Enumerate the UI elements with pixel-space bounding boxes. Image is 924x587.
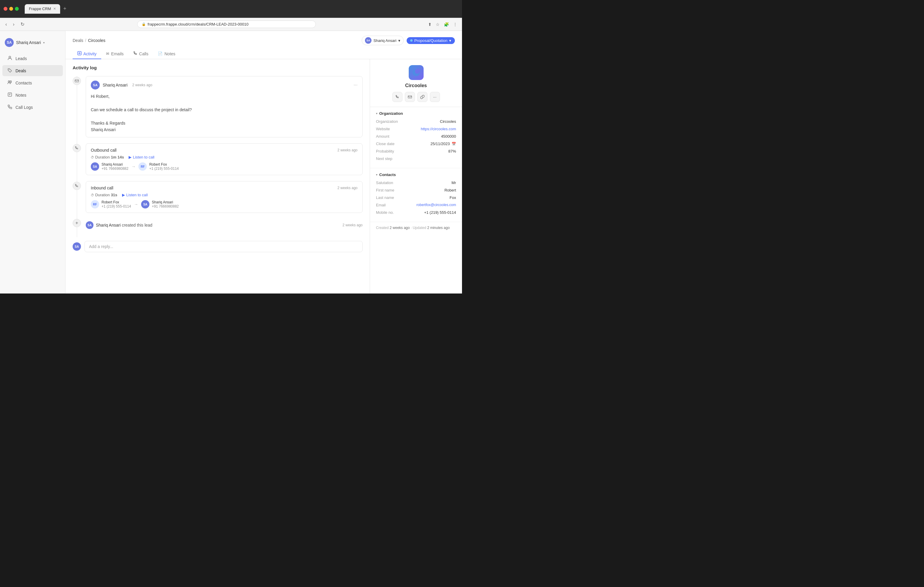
- status-pill[interactable]: Proposal/Quotation ▾: [407, 37, 455, 44]
- reply-avatar: SA: [73, 242, 81, 251]
- bookmark-button[interactable]: ☆: [435, 21, 441, 28]
- reload-button[interactable]: ↻: [19, 20, 26, 28]
- timeline-dot-outbound: [73, 144, 81, 152]
- arrow-icon: →: [134, 202, 138, 207]
- info-value: 4500000: [408, 134, 456, 138]
- lock-icon: 🔒: [142, 22, 146, 26]
- sidebar-item-contacts[interactable]: Contacts: [2, 77, 63, 88]
- receiver-name: Robert Fox: [149, 162, 178, 166]
- address-bar[interactable]: 🔒 frappecrm.frappe.cloud/crm/deals/CRM-L…: [137, 21, 316, 28]
- tab-label: Activity: [83, 51, 96, 56]
- info-row: Organization Circooles: [376, 119, 456, 124]
- info-row: Close date 25/11/2023 📅: [376, 141, 456, 146]
- minimize-window-button[interactable]: [9, 7, 13, 11]
- breadcrumb: Deals / Circooles: [73, 38, 106, 43]
- info-value: Fox: [408, 196, 456, 200]
- sidebar-item-label: Leads: [15, 56, 27, 61]
- info-row: Next step: [376, 156, 456, 161]
- info-row: Last name Fox: [376, 196, 456, 200]
- sender-avatar: SA: [91, 81, 100, 89]
- email-menu-button[interactable]: ···: [354, 82, 358, 88]
- participant-caller: RF Robert Fox +1 (219) 555-0114: [91, 200, 131, 209]
- active-tab[interactable]: Frappe CRM ✕: [25, 4, 60, 14]
- url-text: frappecrm.frappe.cloud/crm/deals/CRM-LEA…: [148, 22, 249, 26]
- assigned-user-pill[interactable]: SA Shariq Ansari ▾: [362, 36, 403, 45]
- share-button[interactable]: ⬆: [427, 21, 433, 28]
- section-header[interactable]: ▾ Organization: [376, 111, 456, 116]
- receiver-info: Robert Fox +1 (219) 555-0114: [149, 162, 178, 171]
- assigned-user-avatar: SA: [365, 37, 371, 44]
- email-body-line2: Can we schedule a call to discuss the pr…: [91, 107, 358, 113]
- timeline: SA Shariq Ansari 2 weeks ago ··· Hi Robe…: [73, 76, 363, 237]
- info-label: Salutation: [376, 181, 408, 185]
- inbound-call-card: Inbound call 2 weeks ago ⏱ Duration 31s: [86, 181, 363, 213]
- tab-notes[interactable]: 📄 Notes: [153, 49, 180, 59]
- info-value: Mr: [408, 181, 456, 185]
- sidebar-item-label: Deals: [15, 68, 26, 73]
- add-button[interactable]: +: [73, 219, 81, 227]
- listen-to-call-button[interactable]: ▶ Listen to call: [122, 193, 148, 197]
- menu-button[interactable]: ⋮: [452, 21, 459, 28]
- info-row: Salutation Mr: [376, 181, 456, 185]
- forward-button[interactable]: ›: [11, 21, 16, 28]
- back-button[interactable]: ‹: [3, 21, 8, 28]
- content-area: Activity log SA Shariq Ansari: [66, 59, 462, 294]
- new-tab-button[interactable]: +: [61, 6, 68, 12]
- app: SA Shariq Ansari ▾ Leads Deals Contacts: [0, 31, 462, 294]
- tab-title: Frappe CRM: [29, 7, 51, 11]
- call-type: Outbound call: [91, 148, 116, 153]
- caller-phone: +1 (219) 555-0114: [102, 204, 131, 209]
- caller-avatar: SA: [91, 162, 99, 171]
- sidebar-item-deals[interactable]: Deals: [2, 65, 63, 76]
- more-action-button[interactable]: ···: [430, 92, 440, 102]
- caller-name: Shariq Ansari: [102, 162, 128, 166]
- svg-point-11: [415, 69, 420, 74]
- sidebar-item-leads[interactable]: Leads: [2, 53, 63, 64]
- receiver-avatar: SA: [141, 200, 149, 209]
- receiver-info: Shariq Ansari +91 7666980882: [152, 200, 178, 209]
- timeline-item: Outbound call 2 weeks ago ⏱ Duration 1m …: [73, 143, 363, 175]
- timeline-item: + SA Shariq Ansari created this lead: [73, 219, 363, 231]
- email-action-button[interactable]: [405, 92, 415, 102]
- chevron-down-icon: ▾: [43, 41, 45, 44]
- sidebar-item-call-logs[interactable]: Call Logs: [2, 102, 63, 113]
- play-icon: ▶: [129, 155, 132, 159]
- tab-calls[interactable]: Calls: [128, 49, 153, 59]
- status-label: Proposal/Quotation: [414, 38, 447, 43]
- duration-value: 1m 14s: [111, 155, 124, 159]
- right-panel: Circooles ···: [370, 59, 462, 294]
- breadcrumb-parent[interactable]: Deals: [73, 38, 83, 43]
- call-time: 2 weeks ago: [338, 148, 358, 152]
- phone-action-button[interactable]: [392, 92, 403, 102]
- info-value: +1 (219) 555-0114: [408, 210, 456, 215]
- nav-actions: ⬆ ☆ 🧩 ⋮: [427, 21, 459, 28]
- created-label: Created: [376, 226, 389, 230]
- call-header: Inbound call 2 weeks ago: [91, 186, 358, 190]
- section-title: Contacts: [379, 173, 396, 177]
- play-icon: ▶: [122, 193, 125, 197]
- leads-icon: [7, 56, 13, 61]
- listen-to-call-button[interactable]: ▶ Listen to call: [129, 155, 154, 159]
- info-row: Website https://circooles.com: [376, 127, 456, 131]
- extensions-button[interactable]: 🧩: [443, 21, 450, 28]
- svg-point-8: [79, 53, 80, 54]
- tab-emails[interactable]: ✉ Emails: [101, 49, 128, 59]
- creator-avatar: SA: [86, 221, 94, 229]
- header-actions: SA Shariq Ansari ▾ Proposal/Quotation ▾: [362, 36, 455, 45]
- tab-close-button[interactable]: ✕: [53, 7, 56, 11]
- timeline-item: SA Shariq Ansari 2 weeks ago ··· Hi Robe…: [73, 76, 363, 137]
- participant-caller: SA Shariq Ansari +91 7666980882: [91, 162, 128, 171]
- organization-section: ▾ Organization Organization Circooles We…: [370, 107, 462, 168]
- caller-avatar: RF: [91, 200, 99, 209]
- tab-activity[interactable]: Activity: [73, 49, 101, 59]
- close-window-button[interactable]: [3, 7, 7, 11]
- sidebar-user[interactable]: SA Shariq Ansari ▾: [0, 36, 65, 52]
- chevron-icon: ▾: [376, 112, 378, 115]
- section-header[interactable]: ▾ Contacts: [376, 173, 456, 177]
- link-action-button[interactable]: [417, 92, 427, 102]
- email-body: Hi Robert, Can we schedule a call to dis…: [91, 93, 358, 133]
- duration-label: Duration: [95, 155, 110, 159]
- fullscreen-window-button[interactable]: [15, 7, 19, 11]
- sidebar-item-notes[interactable]: Notes: [2, 89, 63, 100]
- reply-input[interactable]: Add a reply...: [84, 241, 363, 252]
